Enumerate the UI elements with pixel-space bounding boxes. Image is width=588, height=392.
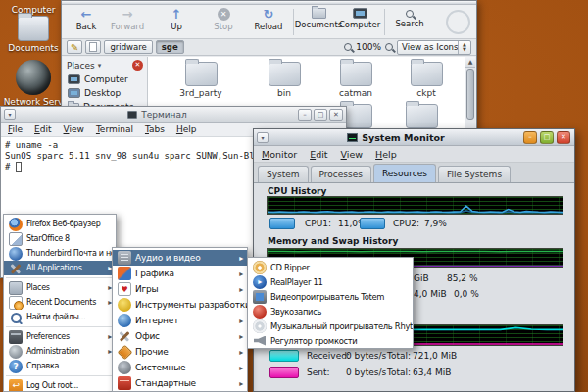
computer-button[interactable]: Computer — [339, 7, 380, 29]
menu-item-totem[interactable]: Видеопроигрыватель Totem — [248, 289, 413, 304]
desktop-icon-computer[interactable]: Computer — [2, 5, 65, 15]
administration-icon — [9, 345, 23, 359]
other-icon — [118, 345, 131, 359]
submenu-arrow-icon: ▸ — [239, 270, 243, 278]
menu-item-sound-recorder[interactable]: Звукозапись — [248, 304, 413, 318]
applications-icon — [9, 262, 23, 275]
menu-item-places[interactable]: Places ▸ — [4, 280, 116, 295]
menu-edit[interactable]: Edit — [310, 149, 327, 160]
swap-amount: 4,0 MiB — [414, 289, 447, 299]
desktop-icon-documents[interactable]: Documents — [2, 16, 65, 53]
menu-monitor[interactable]: Monitor — [262, 149, 297, 160]
menu-item-office[interactable]: Офис ▸ — [113, 328, 247, 344]
menu-item-help[interactable]: Справка — [4, 359, 116, 373]
desktop: Computer Documents Network Serv ← Back →… — [0, 0, 588, 392]
office-icon — [118, 329, 131, 343]
file-item-3rd-party[interactable]: 3rd_party — [170, 62, 232, 98]
menu-item-administration[interactable]: Administration ▸ — [4, 344, 116, 359]
tab-processes[interactable]: Processes — [311, 166, 371, 182]
close-button[interactable] — [329, 109, 343, 121]
menu-item-graphics[interactable]: Графика ▸ — [113, 266, 247, 281]
menu-item-log-out[interactable]: Log Out root... — [4, 378, 116, 392]
menu-item-internet[interactable]: Интернет ▸ — [113, 313, 247, 328]
close-button[interactable] — [557, 131, 570, 144]
tab-file-systems[interactable]: File Systems — [438, 166, 511, 182]
zoom-out-icon[interactable] — [344, 43, 352, 51]
menu-item-games[interactable]: Игры ▸ — [113, 281, 247, 297]
menu-item-audio-video[interactable]: Аудио и видео ▸ — [113, 250, 247, 266]
menu-item-system[interactable]: Системные ▸ — [113, 360, 247, 375]
menu-item-accessories[interactable]: Стандартные ▸ — [113, 375, 247, 391]
path-button-sge[interactable]: sge — [156, 40, 184, 54]
window-menu-icon[interactable] — [257, 132, 269, 143]
path-button-gridware[interactable]: gridware — [104, 40, 152, 54]
menu-item-firefox[interactable]: Firefox Веб-браузер — [4, 217, 116, 231]
back-button[interactable]: ← Back — [66, 7, 107, 31]
menu-help[interactable]: Help — [375, 149, 397, 160]
menu-item-recent-documents[interactable]: Recent Documents ▸ — [4, 295, 116, 310]
documents-button[interactable]: Documents — [298, 7, 339, 29]
rhythmbox-icon — [253, 319, 267, 333]
up-button[interactable]: ↑ Up — [156, 7, 197, 31]
root-path-button[interactable] — [85, 40, 101, 54]
recent-documents-icon — [9, 296, 23, 310]
reload-button[interactable]: ↻ Reload — [248, 7, 289, 31]
system-monitor-titlebar[interactable]: System Monitor — [254, 129, 574, 146]
menu-item-other[interactable]: Прочие ▸ — [113, 344, 247, 360]
menu-item-rhythmbox[interactable]: Музыкальный проигрыватель Rhythmbox — [248, 318, 413, 333]
terminal-titlebar[interactable]: Терминал — [1, 107, 346, 122]
tab-resources[interactable]: Resources — [373, 164, 436, 182]
sidebar-item-computer[interactable]: Computer — [63, 73, 147, 86]
search-button[interactable]: Search — [389, 7, 430, 28]
menu-file[interactable]: File — [8, 124, 23, 134]
file-item-bin[interactable]: bin — [253, 62, 316, 98]
close-sidebar-icon[interactable]: ✕ — [132, 60, 143, 71]
menu-item-label: Системные — [135, 363, 185, 372]
minimize-button[interactable] — [523, 131, 537, 144]
toolbar-button-label: Back — [76, 22, 97, 31]
up-arrow-icon: ↑ — [172, 8, 182, 21]
menu-item-realplayer[interactable]: RealPlayer 11 — [248, 274, 413, 289]
maximize-button[interactable] — [540, 131, 554, 144]
menu-item-cd-ripper[interactable]: CD Ripper — [248, 260, 413, 274]
menu-item-development[interactable]: Инструменты разработки ▸ — [113, 297, 247, 313]
edit-location-button[interactable]: ✎ — [67, 40, 82, 54]
menu-edit[interactable]: Edit — [34, 124, 51, 134]
menu-item-thunderbird[interactable]: Thunderbird Почта и новости — [4, 246, 116, 261]
cpu1-label: CPU1: — [305, 219, 331, 228]
scrollbar-thumb[interactable] — [466, 69, 474, 120]
menu-item-staroffice[interactable]: StarOffice 8 — [4, 231, 116, 246]
view-mode-dropdown[interactable]: View as Icons ▲▼ — [397, 40, 471, 55]
minimize-button[interactable] — [298, 109, 312, 121]
vertical-scrollbar[interactable]: ▲ — [465, 57, 475, 135]
stop-button[interactable]: ✕ Stop — [203, 7, 244, 31]
places-icon — [9, 281, 23, 295]
memory-percent: 85,2 % — [447, 273, 477, 283]
window-menu-icon[interactable] — [4, 109, 16, 120]
menu-item-all-applications[interactable]: All Applications ▸ — [4, 261, 116, 275]
zoom-in-icon[interactable] — [385, 43, 393, 51]
places-header[interactable]: Places ▾ ✕ — [63, 57, 147, 73]
sidebar-item-desktop[interactable]: Desktop — [63, 86, 147, 100]
forward-button[interactable]: → Forward — [107, 7, 148, 31]
file-item-ckpt[interactable]: ckpt — [395, 62, 458, 98]
file-item-catman[interactable]: catman — [324, 62, 387, 98]
menu-terminal[interactable]: Terminal — [96, 124, 133, 134]
menu-help[interactable]: Help — [176, 124, 197, 134]
desktop-icon-label: Documents — [2, 43, 65, 53]
menu-item-find-files[interactable]: Найти файлы... — [4, 310, 116, 324]
menu-item-volume-control[interactable]: Регулятор громкости — [248, 333, 413, 348]
menu-separator — [6, 375, 114, 376]
menu-item-preferences[interactable]: Preferences ▸ — [4, 329, 116, 344]
menu-view[interactable]: View — [64, 124, 84, 134]
throbber-icon — [446, 10, 470, 34]
maximize-button[interactable] — [314, 109, 327, 121]
desktop-icon-network-servers[interactable]: Network Serv — [2, 60, 65, 107]
cpu2-label: CPU2: — [393, 219, 419, 228]
tab-system[interactable]: System — [258, 166, 309, 182]
folder-icon — [269, 62, 301, 86]
sound-recorder-icon — [253, 305, 267, 318]
menu-view[interactable]: View — [341, 149, 364, 160]
scroll-up-icon[interactable]: ▲ — [466, 57, 475, 68]
menu-tabs[interactable]: Tabs — [145, 124, 165, 134]
